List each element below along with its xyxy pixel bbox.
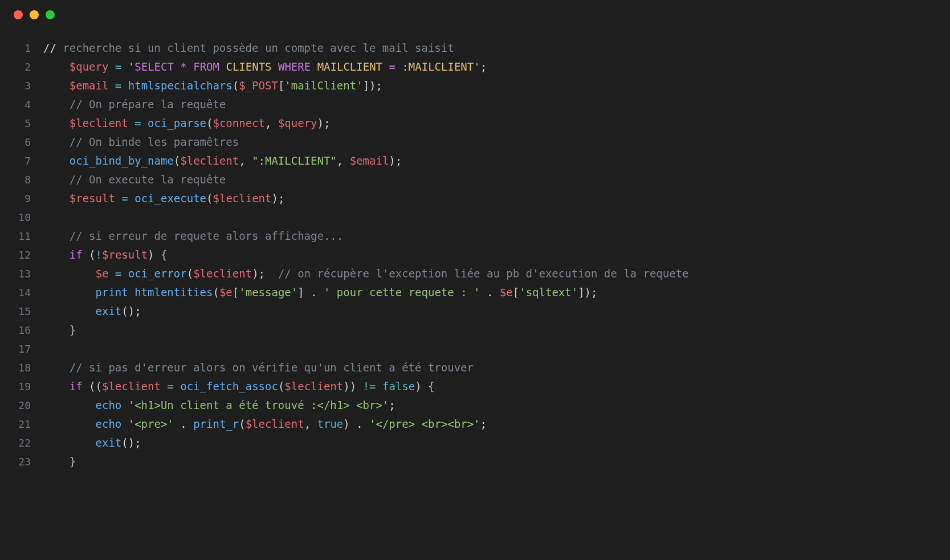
code-line[interactable]: 4 // On prépare la requête (0, 95, 950, 114)
token-var: $result (70, 192, 115, 205)
token-sql: SELECT (134, 60, 174, 73)
line-number: 1 (0, 39, 43, 58)
line-content[interactable]: exit(); (43, 434, 950, 452)
editor-area[interactable]: 1// recherche si un client possède un co… (0, 30, 950, 471)
maximize-icon[interactable] (46, 10, 55, 19)
token-pn (43, 136, 70, 148)
line-content[interactable]: $result = oci_execute($leclient); (43, 189, 950, 207)
token-str: ' (474, 60, 480, 73)
line-content[interactable]: $leclient = oci_parse($connect, $query); (43, 114, 950, 132)
token-pn (108, 267, 115, 280)
token-op: = (167, 380, 173, 393)
token-pn (43, 286, 96, 299)
line-content[interactable]: print htmlentities($e['message'] . ' pou… (43, 283, 950, 301)
token-fn: htmlspecialchars (128, 79, 233, 92)
code-line[interactable]: 10 (0, 208, 950, 227)
token-pn: ] . (297, 286, 324, 299)
line-number: 6 (0, 133, 43, 152)
token-sql: = (389, 60, 395, 73)
minimize-icon[interactable] (30, 10, 39, 19)
code-line[interactable]: 20 echo '<h1>Un client a été trouvé :</h… (0, 396, 950, 415)
token-pn: (); (121, 436, 141, 449)
line-content[interactable]: $email = htmlspecialchars($_POST['mailCl… (43, 76, 950, 95)
token-pn (108, 60, 115, 73)
code-line[interactable]: 1// recherche si un client possède un co… (0, 39, 950, 58)
token-sqlid: CLIENTS (226, 60, 271, 73)
token-cmt: // si erreur de requete alors affichage.… (70, 230, 343, 242)
token-var: $result (102, 248, 148, 261)
token-pn (121, 79, 128, 92)
line-content[interactable]: // recherche si un client possède un com… (43, 39, 950, 57)
close-icon[interactable] (14, 10, 23, 19)
line-content[interactable]: // si pas d'erreur alors on vérifie qu'u… (43, 358, 950, 377)
token-str: '</pre> <br><br>' (369, 418, 480, 430)
line-content[interactable] (43, 208, 950, 226)
line-content[interactable]: // On prépare la requête (43, 95, 950, 113)
token-pn: [ (513, 286, 519, 299)
code-line[interactable]: 9 $result = oci_execute($leclient); (0, 189, 950, 208)
token-var: $query (70, 60, 109, 73)
line-content[interactable]: } (43, 452, 950, 471)
code-line[interactable]: 5 $leclient = oci_parse($connect, $query… (0, 114, 950, 133)
token-pn (43, 154, 70, 167)
token-fn: oci_fetch_assoc (180, 380, 278, 393)
token-var: $e (500, 286, 513, 299)
line-content[interactable]: if (!$result) { (43, 246, 950, 264)
line-content[interactable]: if (($leclient = oci_fetch_assoc($leclie… (43, 377, 950, 395)
code-line[interactable]: 19 if (($leclient = oci_fetch_assoc($lec… (0, 377, 950, 396)
token-pn (43, 380, 70, 393)
line-content[interactable]: echo '<h1>Un client a été trouvé :</h1> … (43, 396, 950, 414)
token-pn (43, 60, 70, 73)
line-number: 17 (0, 340, 43, 358)
code-line[interactable]: 23 } (0, 452, 950, 471)
line-content[interactable]: oci_bind_by_name($leclient, ":MAILCLIENT… (43, 152, 950, 170)
line-content[interactable]: // si erreur de requete alors affichage.… (43, 227, 950, 245)
code-line[interactable]: 17 (0, 340, 950, 358)
line-content[interactable]: } (43, 321, 950, 339)
code-line[interactable]: 6 // On binde les paramêtres (0, 133, 950, 152)
line-content[interactable]: $query = 'SELECT * FROM CLIENTS WHERE MA… (43, 58, 950, 76)
token-echo: echo (96, 399, 122, 411)
code-line[interactable]: 21 echo '<pre>' . print_r($leclient, tru… (0, 415, 950, 434)
token-pn: ( (174, 154, 180, 167)
code-line[interactable]: 3 $email = htmlspecialchars($_POST['mail… (0, 76, 950, 95)
code-line[interactable]: 16 } (0, 321, 950, 340)
line-number: 10 (0, 209, 43, 227)
token-pn (121, 60, 128, 73)
code-line[interactable]: 11 // si erreur de requete alors afficha… (0, 227, 950, 246)
code-line[interactable]: 8 // On execute la requête (0, 170, 950, 189)
token-pn (43, 399, 96, 411)
token-cmt: // si pas d'erreur alors on vérifie qu'u… (70, 361, 474, 374)
token-pn: ( (83, 248, 96, 261)
token-fn: oci_bind_by_name (70, 154, 174, 167)
token-op: = (134, 117, 141, 129)
token-pn: ) (148, 248, 161, 261)
line-content[interactable]: // On execute la requête (43, 170, 950, 189)
code-line[interactable]: 2 $query = 'SELECT * FROM CLIENTS WHERE … (0, 58, 950, 76)
token-cmt: // On execute la requête (70, 173, 226, 186)
line-content[interactable]: // On binde les paramêtres (43, 133, 950, 151)
code-line[interactable]: 13 $e = oci_error($leclient); // on récu… (0, 264, 950, 283)
line-content[interactable]: echo '<pre>' . print_r($leclient, true) … (43, 415, 950, 433)
code-line[interactable]: 15 exit(); (0, 302, 950, 321)
code-editor-window: 1// recherche si un client possède un co… (0, 0, 950, 560)
code-line[interactable]: 7 oci_bind_by_name($leclient, ":MAILCLIE… (0, 152, 950, 170)
code-line[interactable]: 14 print htmlentities($e['message'] . ' … (0, 283, 950, 302)
line-content[interactable]: exit(); (43, 302, 950, 320)
token-sql: FROM (193, 60, 219, 73)
line-content[interactable] (43, 340, 950, 358)
line-content[interactable]: $e = oci_error($leclient); // on récupèr… (43, 264, 950, 283)
code-line[interactable]: 12 if (!$result) { (0, 246, 950, 264)
token-pn (43, 230, 70, 242)
token-br: { (161, 248, 167, 261)
code-line[interactable]: 22 exit(); (0, 434, 950, 452)
token-str (311, 60, 317, 73)
token-op: = (121, 192, 128, 205)
line-number: 15 (0, 303, 43, 321)
code-line[interactable]: 18 // si pas d'erreur alors on vérifie q… (0, 358, 950, 377)
token-pn: (( (83, 380, 102, 393)
line-number: 21 (0, 415, 43, 434)
token-pn (376, 380, 382, 393)
token-var: $leclient (193, 267, 252, 280)
token-pn (108, 79, 115, 92)
